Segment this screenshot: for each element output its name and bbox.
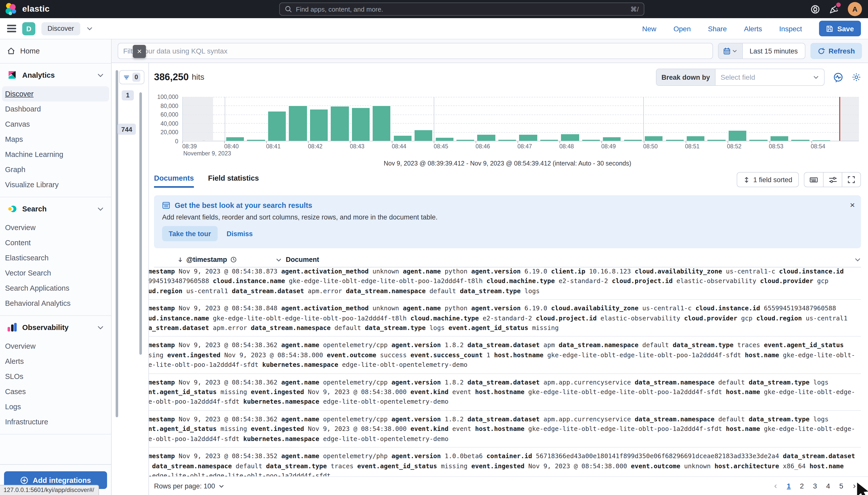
histogram-bar[interactable] xyxy=(770,136,789,141)
new-button[interactable]: New xyxy=(642,24,656,33)
histogram-plot[interactable] xyxy=(182,97,859,141)
space-badge[interactable]: D xyxy=(22,22,35,35)
histogram-bar[interactable] xyxy=(623,139,642,141)
sidebar-item-behavioral-analytics[interactable]: Behavioral Analytics xyxy=(2,296,109,311)
display-options-icon[interactable] xyxy=(823,173,842,187)
sidebar-item-slos[interactable]: SLOs xyxy=(2,369,109,384)
sidebar-item-overview[interactable]: Overview xyxy=(2,220,109,235)
sidebar-item-elasticsearch[interactable]: Elasticsearch xyxy=(2,250,109,266)
field-filter-button[interactable]: 0 xyxy=(119,70,145,84)
histogram-bar[interactable] xyxy=(519,134,538,141)
close-panel-button[interactable]: × xyxy=(133,45,146,58)
menu-icon[interactable] xyxy=(7,25,16,32)
sidebar-item-home[interactable]: Home xyxy=(0,42,111,59)
histogram-bar[interactable] xyxy=(644,136,663,141)
sidebar-item-discover[interactable]: Discover xyxy=(2,86,109,101)
histogram-bar[interactable] xyxy=(498,139,517,141)
date-picker-calendar-button[interactable] xyxy=(718,44,742,58)
sidebar-section-header-search[interactable]: Search xyxy=(0,201,111,216)
histogram-bar[interactable] xyxy=(456,139,475,141)
previous-page-icon[interactable]: ‹ xyxy=(769,481,782,491)
histogram-bar[interactable] xyxy=(791,139,810,141)
global-search[interactable]: ⌘/ xyxy=(279,2,644,16)
histogram-bar[interactable] xyxy=(728,130,747,141)
sorted-fields-button[interactable]: 1 field sorted xyxy=(736,172,799,187)
save-button[interactable]: Save xyxy=(819,21,861,36)
sidebar-item-content[interactable]: Content xyxy=(2,235,109,250)
histogram-bar[interactable] xyxy=(184,140,203,141)
histogram-bar[interactable] xyxy=(540,139,559,141)
inspect-button[interactable]: Inspect xyxy=(779,24,802,33)
sidebar-item-cases[interactable]: Cases xyxy=(2,384,109,399)
sidebar-item-maps[interactable]: Maps xyxy=(2,132,109,147)
kql-query-input[interactable]: Filter your data using KQL syntax xyxy=(118,43,713,59)
rows-per-page-button[interactable]: Rows per page: 100 xyxy=(154,482,224,490)
page-3-button[interactable]: 3 xyxy=(808,482,821,490)
histogram-bar[interactable] xyxy=(435,137,454,141)
time-range-value[interactable]: Last 15 minutes xyxy=(742,44,805,58)
global-search-input[interactable] xyxy=(296,5,627,13)
histogram-bar[interactable] xyxy=(205,140,224,141)
sidebar-item-infrastructure[interactable]: Infrastructure xyxy=(2,414,109,429)
breadcrumb[interactable]: Discover xyxy=(41,22,80,35)
scrollbar[interactable] xyxy=(116,70,118,417)
histogram-bar[interactable] xyxy=(561,134,580,141)
open-button[interactable]: Open xyxy=(673,24,691,33)
breakdown-select[interactable]: Select field xyxy=(716,69,824,85)
share-button[interactable]: Share xyxy=(708,24,727,33)
timestamp-column-header[interactable]: @timestamp xyxy=(186,256,227,263)
alerts-button[interactable]: Alerts xyxy=(744,24,762,33)
sidebar-item-overview[interactable]: Overview xyxy=(2,339,109,354)
tab-documents[interactable]: Documents xyxy=(154,174,194,187)
sidebar-item-graph[interactable]: Graph xyxy=(2,162,109,177)
histogram-bar[interactable] xyxy=(477,134,496,141)
histogram-bar[interactable] xyxy=(581,139,600,141)
histogram-bar[interactable] xyxy=(749,139,768,141)
dismiss-button[interactable]: Dismiss xyxy=(227,230,253,237)
scrollbar[interactable] xyxy=(139,92,142,355)
sidebar-item-vector-search[interactable]: Vector Search xyxy=(2,266,109,280)
help-icon[interactable] xyxy=(811,4,820,14)
histogram-bar[interactable] xyxy=(247,139,266,141)
newsfeed-icon[interactable] xyxy=(829,4,839,14)
tab-field-statistics[interactable]: Field statistics xyxy=(208,174,259,187)
column-menu-chevron-icon[interactable] xyxy=(276,257,282,263)
sidebar-item-canvas[interactable]: Canvas xyxy=(2,117,109,132)
histogram-bar[interactable] xyxy=(665,139,684,141)
sidebar-item-visualize-library[interactable]: Visualize Library xyxy=(2,177,109,192)
histogram-bar[interactable] xyxy=(310,109,329,141)
callout-close-icon[interactable]: × xyxy=(850,200,855,210)
breadcrumb-chevron-icon[interactable] xyxy=(86,25,93,32)
histogram-bar[interactable] xyxy=(351,108,370,141)
chart-settings-gear-icon[interactable] xyxy=(852,73,861,82)
column-menu-chevron-icon[interactable] xyxy=(854,256,861,263)
histogram-bar[interactable] xyxy=(372,105,391,141)
histogram-bar[interactable] xyxy=(331,106,349,141)
sidebar-item-machine-learning[interactable]: Machine Learning xyxy=(2,147,109,162)
histogram-bar[interactable] xyxy=(707,139,726,141)
histogram-bar[interactable] xyxy=(226,137,245,141)
sidebar-item-dashboard[interactable]: Dashboard xyxy=(2,101,109,117)
histogram-bar[interactable] xyxy=(414,130,433,141)
sidebar-item-alerts[interactable]: Alerts xyxy=(2,354,109,369)
page-1-button[interactable]: 1 xyxy=(782,482,795,490)
take-tour-button[interactable]: Take the tour xyxy=(162,226,218,241)
histogram-bar[interactable] xyxy=(812,140,831,141)
keyboard-shortcuts-icon[interactable] xyxy=(804,173,823,187)
avatar[interactable]: A xyxy=(848,2,862,16)
histogram-bar[interactable] xyxy=(393,135,412,141)
elastic-logo[interactable]: elastic xyxy=(0,2,50,16)
page-4-button[interactable]: 4 xyxy=(821,482,835,490)
edit-visualization-icon[interactable] xyxy=(833,72,843,82)
sidebar-item-logs[interactable]: Logs xyxy=(2,399,109,414)
histogram-bar[interactable] xyxy=(288,105,307,141)
page-2-button[interactable]: 2 xyxy=(795,482,808,490)
fullscreen-icon[interactable] xyxy=(842,173,861,187)
sidebar-section-header-analytics[interactable]: Analytics xyxy=(0,67,111,82)
document-column-header[interactable]: Document xyxy=(286,256,319,263)
sidebar-section-header-observability[interactable]: Observability xyxy=(0,319,111,335)
page-5-button[interactable]: 5 xyxy=(835,482,848,490)
histogram-bar[interactable] xyxy=(268,111,287,141)
histogram-bar[interactable] xyxy=(686,136,705,141)
sidebar-item-search-applications[interactable]: Search Applications xyxy=(2,280,109,296)
